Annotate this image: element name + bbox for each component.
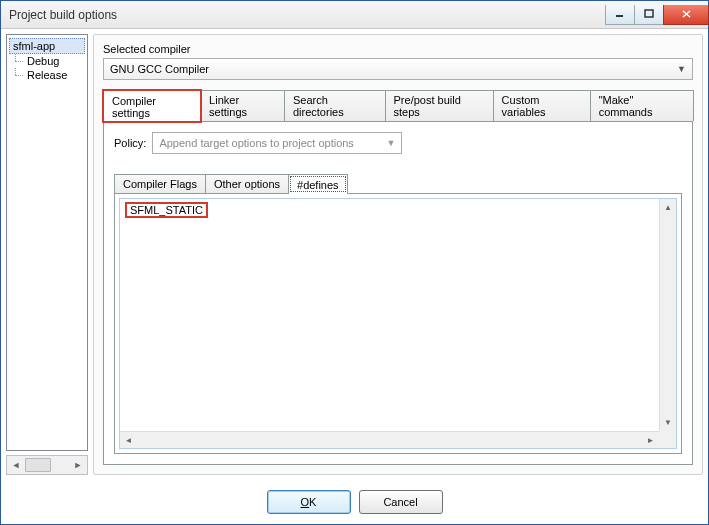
window-controls	[605, 5, 708, 25]
defines-textarea[interactable]: SFML_STATIC ▲ ▼ ◄ ►	[119, 198, 677, 449]
inner-tabstrip: Compiler Flags Other options #defines	[114, 174, 682, 193]
maximize-button[interactable]	[634, 5, 664, 25]
ok-button[interactable]: OK	[267, 490, 351, 514]
chevron-down-icon: ▼	[677, 64, 686, 74]
scroll-thumb[interactable]	[25, 458, 51, 472]
main-panel: Selected compiler GNU GCC Compiler ▼ Com…	[93, 34, 703, 475]
tab-make-commands[interactable]: "Make" commands	[590, 90, 694, 121]
ok-mnemonic: O	[301, 496, 310, 508]
window-title: Project build options	[9, 8, 117, 22]
selected-compiler-label: Selected compiler	[103, 43, 693, 55]
scroll-up-icon[interactable]: ▲	[660, 199, 676, 216]
tree-item-debug[interactable]: Debug	[9, 54, 85, 68]
policy-value: Append target options to project options	[159, 137, 353, 149]
svg-rect-1	[645, 10, 653, 17]
scroll-left-icon[interactable]: ◄	[9, 458, 23, 472]
target-tree-pane: sfml-app Debug Release ◄ ►	[6, 34, 88, 475]
chevron-down-icon: ▼	[386, 138, 395, 148]
defines-page: SFML_STATIC ▲ ▼ ◄ ►	[114, 193, 682, 454]
vertical-scrollbar[interactable]: ▲ ▼	[659, 199, 676, 431]
policy-row: Policy: Append target options to project…	[114, 132, 682, 154]
outer-tabstrip: Compiler settings Linker settings Search…	[103, 90, 693, 121]
policy-combo[interactable]: Append target options to project options…	[152, 132, 402, 154]
policy-label: Policy:	[114, 137, 146, 149]
tab-compiler-flags[interactable]: Compiler Flags	[114, 174, 206, 193]
tree-root[interactable]: sfml-app	[9, 38, 85, 54]
tab-linker-settings[interactable]: Linker settings	[200, 90, 285, 121]
dialog-button-row: OK Cancel	[1, 480, 708, 524]
cancel-button[interactable]: Cancel	[359, 490, 443, 514]
cancel-label: Cancel	[383, 496, 417, 508]
close-button[interactable]	[663, 5, 709, 25]
ok-rest: K	[309, 496, 316, 508]
compiler-settings-page: Policy: Append target options to project…	[103, 121, 693, 465]
scroll-left-icon[interactable]: ◄	[120, 432, 137, 448]
tab-defines[interactable]: #defines	[288, 174, 348, 194]
selected-compiler-value: GNU GCC Compiler	[110, 63, 209, 75]
tab-custom-variables[interactable]: Custom variables	[493, 90, 591, 121]
tab-compiler-settings[interactable]: Compiler settings	[103, 90, 201, 122]
selected-compiler-combo[interactable]: GNU GCC Compiler ▼	[103, 58, 693, 80]
minimize-button[interactable]	[605, 5, 635, 25]
defines-value: SFML_STATIC	[126, 203, 207, 217]
tab-pre-post-build-steps[interactable]: Pre/post build steps	[385, 90, 494, 121]
titlebar[interactable]: Project build options	[1, 1, 708, 29]
scroll-right-icon[interactable]: ►	[71, 458, 85, 472]
target-tree[interactable]: sfml-app Debug Release	[6, 34, 88, 451]
tab-other-options[interactable]: Other options	[205, 174, 289, 193]
scroll-right-icon[interactable]: ►	[642, 432, 659, 448]
project-build-options-window: Project build options sfml-app Debug Rel…	[0, 0, 709, 525]
horizontal-scrollbar[interactable]: ◄ ►	[120, 431, 659, 448]
client-area: sfml-app Debug Release ◄ ► Selected comp…	[1, 29, 708, 480]
tree-horizontal-scrollbar[interactable]: ◄ ►	[6, 455, 88, 475]
tab-search-directories[interactable]: Search directories	[284, 90, 386, 121]
scroll-down-icon[interactable]: ▼	[660, 414, 676, 431]
size-grip	[659, 431, 676, 448]
tree-item-release[interactable]: Release	[9, 68, 85, 82]
